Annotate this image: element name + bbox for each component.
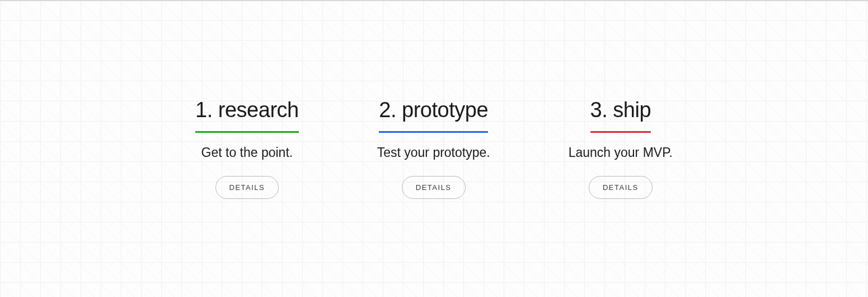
step-desc-prototype: Test your prototype. xyxy=(377,145,490,160)
details-button-ship[interactable]: DETAILS xyxy=(589,176,653,199)
step-prototype: 2. prototype Test your prototype. DETAIL… xyxy=(377,98,490,199)
step-title-prototype: 2. prototype xyxy=(379,98,488,133)
step-title-ship: 3. ship xyxy=(590,98,651,133)
top-border xyxy=(0,0,868,1)
step-research: 1. research Get to the point. DETAILS xyxy=(195,98,299,199)
step-desc-ship: Launch your MVP. xyxy=(569,145,673,160)
step-title-research: 1. research xyxy=(195,98,299,133)
steps-container: 1. research Get to the point. DETAILS 2.… xyxy=(0,0,868,297)
details-button-research[interactable]: DETAILS xyxy=(215,176,279,199)
step-desc-research: Get to the point. xyxy=(201,145,293,160)
step-ship: 3. ship Launch your MVP. DETAILS xyxy=(569,98,673,199)
details-button-prototype[interactable]: DETAILS xyxy=(402,176,466,199)
